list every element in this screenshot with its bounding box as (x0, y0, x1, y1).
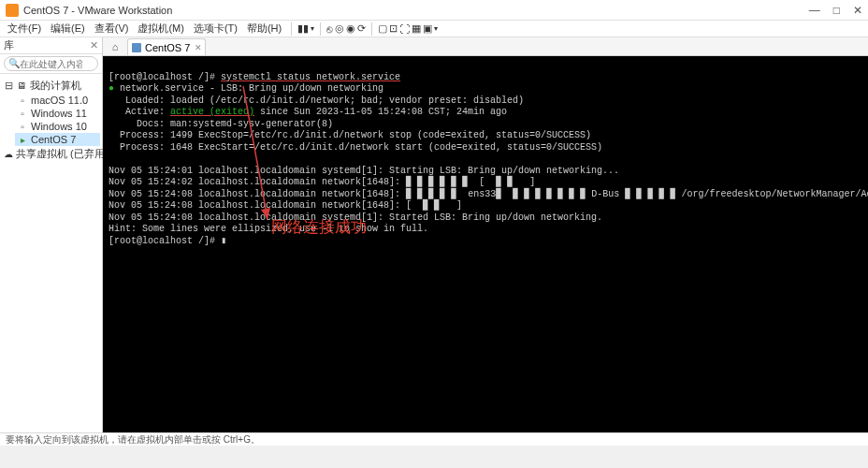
separator (320, 22, 321, 36)
log-line: Nov 05 15:24:08 localhost.localdomain ne… (108, 189, 868, 199)
cursor: ▮ (221, 236, 226, 246)
shell-prompt: [root@localhost /]# (108, 72, 221, 82)
window-title: CentOS 7 - VMware Workstation (23, 5, 809, 16)
tree-children: ▫ macOS 11.0 ▫ Windows 11 ▫ Windows 10 ▸… (2, 94, 100, 146)
cycle-icon[interactable]: ▣ (423, 22, 432, 35)
vm-icon: ▫ (17, 95, 28, 106)
service-line: network.service - LSB: Bring up/down net… (120, 83, 383, 94)
tabbar: ⌂ CentOS 7 ✕ (103, 37, 868, 56)
separator (371, 22, 372, 36)
shell-prompt: [root@localhost /]# (108, 236, 221, 246)
send-cad-icon[interactable]: ⎋ (326, 23, 333, 35)
maximize-button[interactable]: □ (833, 4, 840, 17)
vm-console-terminal[interactable]: [root@localhost /]# systemctl status net… (103, 56, 868, 432)
vm-icon: ▫ (17, 108, 28, 119)
window-buttons: — □ ✕ (809, 4, 862, 17)
main-area: 库 ✕ 🔍 ⊟ 🖥 我的计算机 ▫ macOS 11.0 ▫ Windows 1… (0, 37, 868, 432)
status-text: 要将输入定向到该虚拟机，请在虚拟机内部单击或按 Ctrl+G。 (6, 433, 260, 446)
home-tab-icon[interactable]: ⌂ (107, 38, 123, 55)
hint-line: Hint: Some lines were ellipsized, use -l… (108, 224, 428, 234)
menubar: 文件(F) 编辑(E) 查看(V) 虚拟机(M) 选项卡(T) 帮助(H) ▮▮… (0, 21, 868, 37)
docs-line: Docs: man:systemd-sysv-generator(8) (108, 119, 333, 129)
tree-item-win10[interactable]: ▫ Windows 10 (15, 120, 100, 133)
tree-label: CentOS 7 (31, 134, 76, 145)
tree-label: 我的计算机 (30, 79, 81, 93)
tree-root-shared[interactable]: ☁ 共享虚拟机 (已弃用) (2, 146, 100, 162)
sidebar-search: 🔍 (0, 54, 102, 74)
log-line: Nov 05 15:24:02 localhost.localdomain ne… (108, 177, 535, 187)
minimize-button[interactable]: — (809, 4, 820, 17)
collapse-icon[interactable]: ⊟ (4, 80, 13, 92)
vm-icon: ▫ (17, 121, 28, 132)
menu-tabs[interactable]: 选项卡(T) (190, 21, 241, 37)
tree-label: macOS 11.0 (31, 95, 88, 106)
status-dot: ● (108, 83, 120, 94)
computer-icon: 🖥 (16, 80, 27, 92)
sidebar: 库 ✕ 🔍 ⊟ 🖥 我的计算机 ▫ macOS 11.0 ▫ Windows 1… (0, 37, 103, 432)
toolbar-dropdown2-icon[interactable]: ▾ (434, 24, 438, 33)
menu-view[interactable]: 查看(V) (91, 21, 133, 37)
unity-icon[interactable]: ⟳ (357, 22, 366, 35)
app-icon (6, 4, 19, 17)
statusbar: 要将输入定向到该虚拟机，请在虚拟机内部单击或按 Ctrl+G。 (0, 432, 868, 446)
tree-item-win11[interactable]: ▫ Windows 11 (15, 107, 100, 120)
process-line2: Process: 1648 ExecStart=/etc/rc.d/init.d… (108, 142, 602, 153)
log-line: Nov 05 15:24:01 localhost.localdomain sy… (108, 166, 619, 176)
active-post: since Sun 2023-11-05 15:24:08 CST; 24min… (254, 107, 507, 117)
search-icon: 🔍 (8, 58, 20, 68)
snapshot-icon[interactable]: ◎ (335, 22, 344, 35)
tab-label: CentOS 7 (145, 42, 190, 53)
tree-root-mycomputer[interactable]: ⊟ 🖥 我的计算机 (2, 78, 100, 94)
close-button[interactable]: ✕ (853, 4, 862, 17)
menu-edit[interactable]: 编辑(E) (47, 21, 89, 37)
menu-help[interactable]: 帮助(H) (243, 21, 285, 37)
vm-running-icon: ▸ (17, 134, 28, 145)
window-titlebar: CentOS 7 - VMware Workstation — □ ✕ (0, 0, 868, 21)
sidebar-title: 库 (4, 38, 14, 52)
tree-label: Windows 10 (31, 121, 87, 132)
tree-item-centos7[interactable]: ▸ CentOS 7 (15, 133, 100, 146)
sidebar-header: 库 ✕ (0, 37, 102, 54)
fullscreen-icon[interactable]: ▢ (378, 22, 387, 35)
menu-file[interactable]: 文件(F) (4, 21, 45, 37)
shared-icon: ☁ (4, 149, 13, 160)
process-line1: Process: 1499 ExecStop=/etc/rc.d/init.d/… (108, 130, 591, 140)
tree-label: Windows 11 (31, 108, 87, 119)
toolbar-dropdown-icon[interactable]: ▾ (311, 24, 314, 33)
snapshot-manager-icon[interactable]: ◉ (346, 22, 355, 35)
thumbnail-icon[interactable]: ▦ (412, 22, 421, 35)
tree-item-macos[interactable]: ▫ macOS 11.0 (15, 94, 100, 107)
active-pre: Active: (108, 107, 170, 117)
annotation-text: 网络连接成功 (271, 217, 367, 237)
menu-vm[interactable]: 虚拟机(M) (134, 21, 188, 37)
vm-tree: ⊟ 🖥 我的计算机 ▫ macOS 11.0 ▫ Windows 11 ▫ Wi… (0, 74, 102, 166)
content-area: ⌂ CentOS 7 ✕ [root@localhost /]# systemc… (103, 37, 868, 432)
stretch-icon[interactable]: ⛶ (399, 23, 410, 35)
loaded-line: Loaded: loaded (/etc/rc.d/init.d/network… (108, 95, 524, 106)
tab-close-icon[interactable]: ✕ (195, 43, 202, 52)
separator (291, 22, 292, 36)
log-line: Nov 05 15:24:08 localhost.localdomain ne… (108, 200, 462, 211)
pause-icon[interactable]: ▮▮ (297, 22, 309, 35)
tree-label: 共享虚拟机 (已弃用) (16, 147, 108, 161)
tab-centos7[interactable]: CentOS 7 ✕ (127, 38, 206, 55)
tab-vm-icon (132, 43, 141, 52)
console-icon[interactable]: ⊡ (389, 22, 398, 35)
sidebar-close-icon[interactable]: ✕ (90, 39, 98, 51)
shell-command: systemctl status network.service (221, 72, 400, 82)
active-status: active (exited) (170, 107, 254, 117)
